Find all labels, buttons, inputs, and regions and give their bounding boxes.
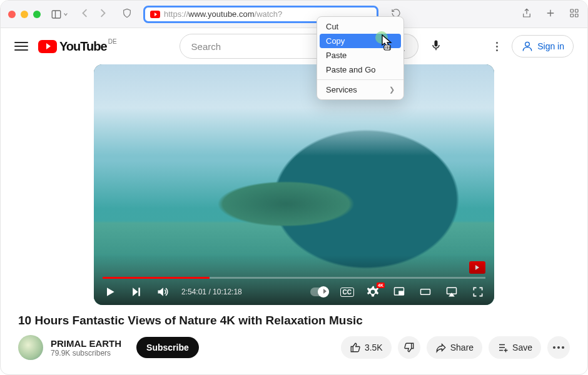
youtube-wordmark: YouTube [59,39,107,54]
autoplay-toggle[interactable] [310,288,329,296]
svg-rect-3 [575,9,579,12]
like-count: 3.5K [365,342,383,352]
menu-button[interactable] [14,39,28,53]
svg-rect-17 [421,289,430,294]
subscribe-button[interactable]: Subscribe [136,337,199,358]
video-metadata: 10 Hours Fantastic Views of Nature 4K wi… [1,305,587,369]
save-label: Save [512,342,532,352]
new-tab-button[interactable] [545,8,556,21]
voice-search-button[interactable] [430,39,442,54]
fullscreen-button[interactable] [470,286,485,298]
youtube-logo[interactable]: YouTube DE [38,39,107,54]
save-button[interactable]: Save [489,336,541,359]
search-placeholder: Search [191,41,221,52]
dislike-button[interactable] [398,336,420,359]
share-button[interactable]: Share [427,336,482,359]
svg-rect-12 [434,41,437,47]
share-button[interactable] [521,8,532,21]
miniplayer-button[interactable] [392,286,407,298]
channel-name: PRIMAL EARTH [51,338,121,349]
channel-info[interactable]: PRIMAL EARTH 79.9K subscribers [51,338,121,358]
svg-rect-2 [570,9,574,12]
subtitles-button[interactable]: CC [340,288,354,297]
context-services[interactable]: Services❯ [317,82,403,97]
video-title: 10 Hours Fantastic Views of Nature 4K wi… [18,314,570,328]
youtube-favicon-icon [150,11,160,18]
svg-rect-5 [575,14,579,17]
forward-button[interactable] [98,9,107,20]
player-controls: 2:54:01 / 10:12:18 CC 4K [94,279,494,305]
airplay-button[interactable] [444,286,459,298]
context-paste-and-go[interactable]: Paste and Go [317,62,403,77]
svg-rect-0 [52,11,61,18]
sign-in-button[interactable]: Sign in [512,35,574,58]
settings-menu-button[interactable] [496,42,498,51]
sign-in-label: Sign in [537,41,564,51]
channel-avatar[interactable] [18,335,43,360]
context-copy[interactable]: Copy [320,34,401,48]
back-button[interactable] [81,9,89,20]
region-code: DE [108,38,117,45]
context-paste[interactable]: Paste [317,48,403,62]
svg-point-13 [525,42,530,46]
volume-button[interactable] [155,286,170,298]
close-window-button[interactable] [8,11,16,18]
url-text: https://www.youtube.com/watch? [164,9,282,19]
svg-rect-16 [399,291,403,294]
more-actions-button[interactable] [547,336,570,359]
next-button[interactable] [129,286,144,298]
video-player[interactable]: 2:54:01 / 10:12:18 CC 4K [94,64,494,305]
time-display: 2:54:01 / 10:12:18 [181,288,242,296]
svg-rect-14 [138,288,140,296]
context-separator [317,79,403,80]
youtube-header: YouTube DE Search Sign in [1,28,587,64]
like-button[interactable]: 3.5K [341,336,392,359]
youtube-play-icon [38,40,57,53]
context-menu: Cut Copy Paste Paste and Go Services❯ [317,16,404,100]
theater-button[interactable] [418,286,433,298]
minimize-window-button[interactable] [21,11,28,18]
safari-toolbar: https://www.youtube.com/watch? [1,1,587,28]
settings-button[interactable]: 4K [365,286,380,298]
tab-overview-button[interactable] [569,8,580,21]
window-controls [8,11,41,18]
play-button[interactable] [103,286,118,298]
sidebar-toggle-button[interactable] [51,9,68,20]
subscriber-count: 79.9K subscribers [51,349,121,358]
privacy-shield-icon[interactable] [122,8,132,21]
maximize-window-button[interactable] [33,11,41,18]
context-cut[interactable]: Cut [317,19,403,34]
share-label: Share [450,342,474,352]
svg-rect-4 [570,14,574,17]
quality-badge: 4K [377,282,385,288]
